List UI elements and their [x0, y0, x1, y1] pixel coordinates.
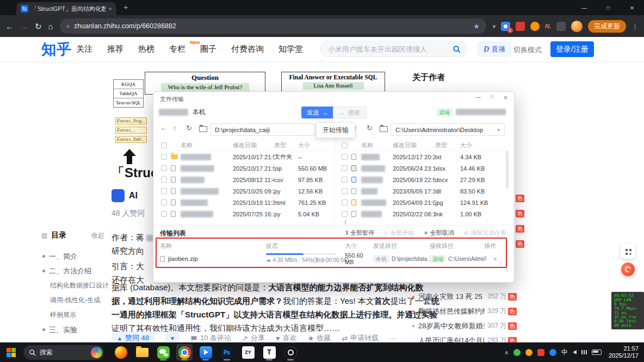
extension-icon[interactable] [516, 22, 525, 31]
search-icon[interactable] [453, 45, 461, 53]
cancel-icon[interactable]: × [493, 255, 498, 263]
toc-item[interactable]: 结构化数据接口设计 [41, 278, 104, 293]
new-folder-icon[interactable] [380, 126, 388, 132]
maximize-icon[interactable]: □ [596, 0, 620, 15]
author-card[interactable]: AI [112, 189, 138, 202]
home-icon[interactable]: ⌂ [48, 22, 53, 30]
receive-button[interactable]: ←接收 [333, 107, 367, 118]
close-icon[interactable]: × [504, 94, 507, 102]
tray-app-icon[interactable] [549, 349, 556, 356]
chevron-down-icon[interactable]: ▾ [493, 23, 496, 29]
start-transfer-button[interactable]: 开始传输 [316, 122, 355, 138]
transfer-control-button[interactable]: 清除完成任务 [464, 229, 506, 237]
file-row[interactable]: 2025/07/25 16:19 py 5.04 KB [158, 208, 335, 220]
photoshop-app-button[interactable] [219, 344, 235, 360]
browser-tab[interactable]: 知 「StructGPT」面向结构化数据 × [16, 2, 116, 15]
search-input[interactable] [327, 45, 448, 54]
select-all-checkbox[interactable] [161, 142, 167, 148]
reload-icon[interactable]: ↻ [35, 22, 42, 30]
remote-path-select[interactable]: C:\Users\Administrator\Desktop ▾ [391, 123, 505, 136]
activity-badge-button[interactable] [621, 263, 635, 276]
back-icon[interactable]: ← [5, 22, 14, 30]
share-button[interactable]: ↗分享 [242, 333, 265, 343]
browser-menu-icon[interactable]: ⋮ [631, 22, 639, 30]
t-app-button[interactable] [261, 344, 277, 360]
extension-icon[interactable] [530, 22, 540, 31]
transfer-control-button[interactable]: 全部取消 [424, 229, 454, 237]
row-checkbox[interactable] [342, 165, 348, 171]
send-button[interactable]: 发送→ [301, 107, 334, 118]
file-row[interactable]: 2025/06/24 23:16 xlsx 14.46 KB [338, 163, 505, 174]
nav-item[interactable]: 付费咨询 [231, 44, 264, 54]
row-checkbox[interactable] [342, 177, 348, 183]
row-checkbox[interactable] [161, 211, 167, 217]
new-tab-button[interactable]: ＋ [122, 3, 129, 13]
hot-list-item[interactable]: 鞠婧祎丝芭传媒解约纠纷 329 万 热 [412, 304, 517, 319]
file-row[interactable]: 2025/08/12 11:40 csv 97.85 KB [158, 174, 335, 185]
hot-list-item[interactable]: 河南火灾致 13 死 25 名责... 352 万 热 [412, 289, 517, 304]
refresh-icon[interactable]: ↻ [186, 124, 192, 132]
tray-app-icon[interactable] [513, 349, 521, 356]
tray-app-icon[interactable] [537, 349, 544, 356]
chrome-app-button[interactable] [176, 344, 193, 360]
zy-app-button[interactable] [240, 344, 256, 360]
row-checkbox[interactable] [161, 177, 167, 183]
maximize-icon[interactable]: □ [491, 94, 494, 102]
row-checkbox[interactable] [161, 165, 167, 171]
file-row[interactable]: 2025/10/25 09:28 py 12.56 KB [158, 185, 335, 197]
extension-icon[interactable]: N. [545, 23, 551, 29]
file-row[interactable]: 2025/10/17 21:51 zip 550.60 MB [158, 163, 335, 174]
extension-icon[interactable]: 1 [501, 22, 510, 31]
nav-item[interactable]: 圈子 [200, 44, 216, 54]
transfer-control-button[interactable]: 全部暂停 [346, 229, 374, 237]
minimize-icon[interactable]: — [572, 0, 596, 15]
nav-item[interactable]: 关注 [76, 44, 92, 54]
file-row[interactable]: 2025/10/19 11:35 html 761.25 KB [158, 197, 335, 208]
share-panel-button[interactable] [621, 244, 635, 259]
tray-expand-icon[interactable]: ∧ [505, 349, 509, 355]
row-checkbox[interactable] [342, 199, 348, 205]
wechat-app-button[interactable] [155, 344, 171, 360]
nav-item[interactable]: 热榜 [138, 44, 154, 54]
toc-item[interactable]: 一、简介 [41, 249, 104, 264]
row-checkbox[interactable] [342, 188, 348, 194]
like-button[interactable]: ♥喜欢 [276, 333, 297, 343]
extension-icon[interactable] [556, 22, 566, 31]
file-row[interactable]: 2025/12/17 20:28 txt 4.34 KB [338, 151, 505, 163]
comments-button[interactable]: 10 条评论 [190, 333, 231, 343]
author-avatar[interactable] [112, 189, 125, 202]
toc-item[interactable]: 调用-线性化-生成 [41, 293, 104, 308]
live-button[interactable]: D 直播 [478, 42, 511, 57]
file-row[interactable]: 2025/04/09 21:02 jpg 124.91 KB [338, 197, 505, 208]
back-icon[interactable]: ← [160, 124, 167, 132]
close-icon[interactable]: × [620, 0, 644, 15]
update-browser-button[interactable]: 完成更新 [588, 20, 626, 33]
zhihu-search-box[interactable] [320, 41, 468, 57]
minimize-icon[interactable]: — [475, 94, 481, 102]
address-bar[interactable]: ≡ zhuanlan.zhihu.com/p/660286882 ★ [60, 18, 486, 34]
login-button[interactable]: 登录/注册 [550, 41, 594, 57]
repost-button[interactable]: ⇄申请转载 [342, 333, 379, 343]
favorite-button[interactable]: ★收藏 [308, 333, 331, 343]
row-checkbox[interactable] [161, 199, 167, 205]
transfer-control-button[interactable]: 全部开始 [384, 229, 414, 237]
pause-icon[interactable]: ‖ [484, 255, 487, 263]
nav-item[interactable]: 专栏 [169, 44, 185, 54]
volume-icon[interactable] [573, 350, 577, 354]
tray-app-icon[interactable] [525, 349, 532, 356]
blue-app-button[interactable] [197, 344, 214, 360]
forward-icon[interactable]: → [20, 22, 28, 30]
select-all-checkbox[interactable] [342, 142, 348, 148]
battery-icon[interactable] [592, 349, 602, 355]
row-checkbox[interactable] [161, 188, 167, 194]
file-row[interactable]: 2025/06/19 22:51 docx 27.29 KB [338, 174, 505, 185]
row-checkbox[interactable] [161, 154, 167, 160]
hot-list-item[interactable]: 28岁高中女教师新婚当天... 307 万 热 [412, 319, 517, 333]
toc-collapse-link[interactable]: 收起 [91, 231, 104, 240]
file-pane-scrollbar[interactable] [506, 151, 509, 189]
row-checkbox[interactable] [345, 220, 346, 224]
bookmark-star-icon[interactable]: ★ [473, 22, 480, 30]
dark-app-button[interactable] [282, 344, 299, 360]
file-row[interactable]: 2025/10/17 21:51 文件夹 -- [158, 151, 335, 163]
start-button[interactable] [7, 348, 16, 357]
